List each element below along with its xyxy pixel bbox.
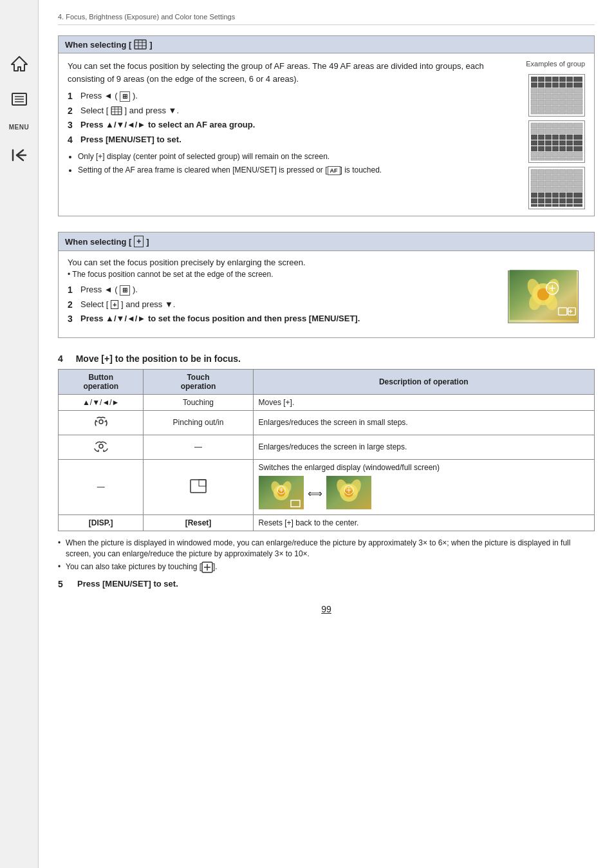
svg-rect-128	[531, 181, 537, 186]
section1-header: When selecting [ ]	[59, 36, 594, 53]
svg-rect-117	[552, 169, 559, 175]
svg-rect-46	[545, 100, 552, 105]
svg-rect-135	[531, 187, 537, 192]
svg-rect-118	[559, 169, 566, 175]
svg-rect-114	[531, 169, 537, 175]
svg-rect-68	[552, 123, 559, 128]
s2-step3-num: 3	[68, 313, 80, 326]
svg-rect-162	[573, 204, 582, 207]
svg-rect-111	[559, 158, 566, 160]
grid-svg-2	[530, 122, 584, 162]
step4-num-s1: 4	[68, 134, 80, 147]
operation-table: Buttonoperation Touchoperation Descripti…	[58, 369, 595, 531]
tr4-touch	[144, 459, 253, 514]
svg-rect-85	[573, 135, 582, 140]
svg-rect-109	[545, 158, 552, 160]
svg-rect-110	[552, 158, 559, 160]
svg-rect-145	[552, 193, 559, 198]
section2-header: When selecting [ + ]	[59, 232, 594, 251]
svg-rect-140	[566, 187, 573, 192]
sidebar-menu-label[interactable]: MENU	[9, 124, 29, 131]
svg-rect-78	[573, 129, 582, 134]
svg-rect-19	[552, 77, 559, 82]
svg-rect-41	[559, 94, 566, 99]
s2-step2-and-press: ] and press ▼.	[121, 299, 175, 309]
section1-text: You can set the focus position by select…	[68, 60, 516, 209]
svg-rect-11	[111, 107, 122, 115]
svg-rect-159	[552, 204, 559, 207]
svg-rect-116	[545, 169, 552, 175]
svg-rect-30	[531, 88, 537, 93]
svg-rect-150	[538, 198, 544, 203]
svg-rect-51	[531, 106, 537, 111]
svg-rect-37	[531, 94, 537, 99]
svg-rect-180	[199, 480, 206, 486]
svg-rect-24	[538, 82, 544, 88]
svg-rect-153	[559, 198, 566, 203]
step3-num: 3	[68, 119, 80, 132]
tr1-desc: Moves [+].	[253, 394, 594, 410]
svg-rect-80	[538, 135, 544, 140]
section1-layout: You can set the focus position by select…	[68, 60, 585, 209]
sidebar-back-icon[interactable]	[8, 144, 31, 167]
svg-rect-98	[566, 146, 573, 151]
svg-rect-73	[538, 129, 544, 134]
step2-num: 2	[68, 105, 80, 118]
svg-rect-69	[559, 123, 566, 128]
svg-rect-84	[566, 135, 573, 140]
svg-rect-121	[531, 175, 537, 180]
svg-rect-139	[559, 187, 566, 192]
shutter-touch-icon	[201, 561, 213, 573]
svg-rect-88	[545, 140, 552, 146]
step4-text-s1: Press [MENU/SET] to set.	[80, 134, 181, 146]
windowed-photo	[259, 476, 304, 509]
s2-step2-text: Select [ + ] and press ▼.	[80, 299, 175, 310]
step1-num: 1	[68, 90, 80, 103]
svg-rect-74	[545, 129, 552, 134]
sidebar-home-icon[interactable]	[8, 52, 31, 75]
tr5-button: [DISP.]	[59, 514, 144, 531]
svg-rect-147	[566, 193, 573, 198]
svg-rect-146	[559, 193, 566, 198]
s2-step1-num: 1	[68, 284, 80, 297]
svg-marker-0	[12, 57, 27, 71]
table-row-2: Pinching out/in Enlarges/reduces the scr…	[59, 410, 595, 435]
step3-text: Press ▲/▼/◄/► to select an AF area group…	[80, 119, 255, 131]
grid-select-icon	[134, 39, 147, 50]
svg-point-178	[99, 444, 103, 448]
sidebar-list-icon[interactable]	[8, 88, 31, 111]
svg-rect-152	[552, 198, 559, 203]
svg-rect-29	[573, 82, 582, 88]
svg-rect-82	[552, 135, 559, 140]
svg-rect-33	[552, 88, 559, 93]
s2-step1-text: Press ◄ ( ⊞ ).	[80, 284, 138, 296]
svg-point-169	[537, 288, 550, 301]
fullscreen-photo	[326, 476, 371, 509]
svg-rect-70	[566, 123, 573, 128]
windowed-photo-container	[259, 476, 304, 511]
step1-row: 1 Press ◄ ( ⊞ ).	[68, 90, 516, 103]
s2-step3-text: Press ▲/▼/◄/► to set the focus position …	[80, 313, 360, 325]
section2-image	[508, 258, 585, 331]
svg-rect-52	[538, 106, 544, 111]
svg-rect-32	[545, 88, 552, 93]
s2-step1-press: Press ◄ (	[80, 285, 118, 294]
svg-rect-144	[545, 193, 552, 198]
svg-rect-61	[552, 111, 559, 114]
grid-img-2	[528, 120, 585, 163]
svg-rect-25	[545, 82, 552, 88]
img-switch-container: ⟺	[259, 476, 589, 511]
svg-rect-122	[538, 175, 544, 180]
section2-header-suffix: ]	[146, 237, 149, 247]
svg-rect-108	[538, 158, 544, 160]
step3-row: 3 Press ▲/▼/◄/► to select an AF area gro…	[68, 119, 516, 132]
svg-rect-86	[531, 140, 537, 146]
svg-rect-18	[545, 77, 552, 82]
table-row-4: — Switches the enlarged display (windowe…	[59, 459, 595, 514]
s2-step2-select: Select [	[80, 299, 108, 309]
notes-after-table: When the picture is displayed in windowe…	[58, 538, 595, 574]
svg-point-177	[99, 420, 103, 424]
step4-heading-text: Move [+] to the position to be in focus.	[76, 354, 241, 364]
svg-rect-115	[538, 169, 544, 175]
svg-rect-143	[538, 193, 544, 198]
